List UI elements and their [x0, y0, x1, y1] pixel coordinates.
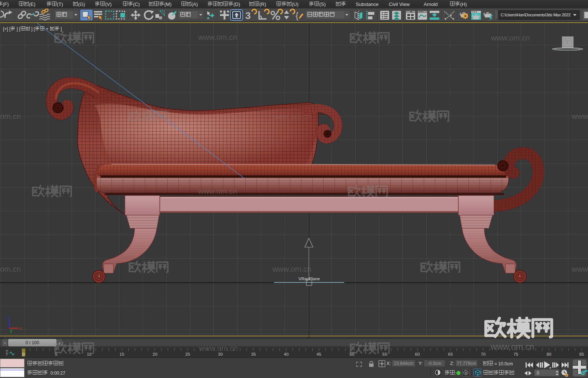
- svg-text:50: 50: [350, 352, 355, 356]
- svg-text:VRayPlane: VRayPlane: [298, 277, 320, 281]
- svg-text:x: x: [19, 326, 22, 331]
- svg-text:80: 80: [547, 352, 552, 356]
- svg-text:45: 45: [317, 352, 322, 356]
- svg-text:3: 3: [245, 10, 251, 21]
- svg-text:25: 25: [185, 352, 190, 356]
- svg-text:15: 15: [120, 352, 125, 356]
- svg-text:{: {: [295, 10, 298, 20]
- svg-text:C:\Users\Han\Documents\3ds Max: C:\Users\Han\Documents\3ds Max 2022: [501, 13, 571, 17]
- svg-text:0: 0: [22, 352, 25, 356]
- svg-text:5: 5: [55, 352, 57, 356]
- svg-text:10: 10: [87, 352, 92, 356]
- svg-text:70: 70: [481, 352, 486, 356]
- svg-text:y: y: [10, 328, 13, 333]
- svg-text:20: 20: [153, 352, 158, 356]
- svg-text:55: 55: [382, 352, 387, 356]
- svg-text:60: 60: [415, 352, 420, 356]
- svg-text:65: 65: [448, 352, 453, 356]
- svg-text:z: z: [7, 314, 10, 320]
- svg-text:75: 75: [514, 352, 518, 356]
- svg-text:85: 85: [579, 352, 584, 356]
- svg-text:35: 35: [251, 352, 256, 356]
- svg-text:30: 30: [218, 352, 223, 356]
- svg-text:40: 40: [284, 352, 289, 356]
